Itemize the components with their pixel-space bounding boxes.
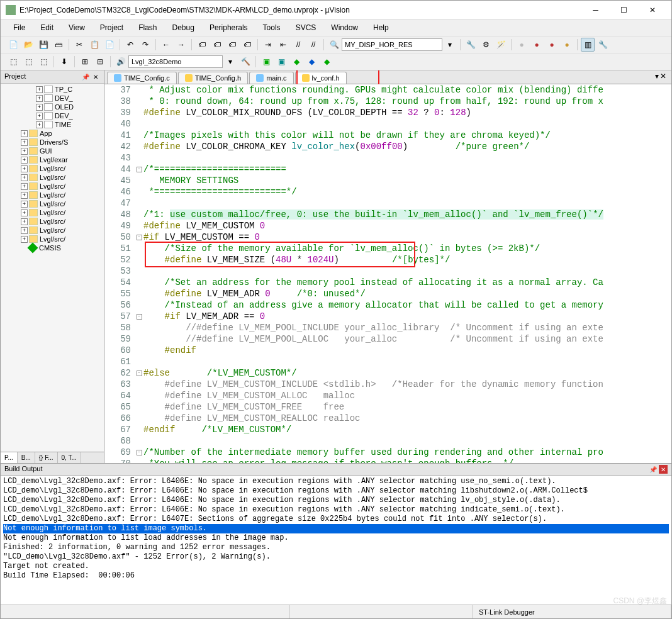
- cut-icon[interactable]: ✂: [72, 38, 86, 52]
- build-close-icon[interactable]: ✕: [659, 465, 668, 474]
- outdent-icon[interactable]: ⇤: [276, 38, 290, 52]
- menu-tools[interactable]: Tools: [257, 21, 287, 35]
- build-icon[interactable]: ⬚: [6, 55, 20, 69]
- close-panel-icon[interactable]: ✕: [91, 72, 100, 81]
- stack-icon[interactable]: ⊟: [93, 55, 107, 69]
- tree-item[interactable]: +Lvgl/src/: [2, 191, 103, 199]
- build-header: Build Output 📌✕: [1, 464, 671, 476]
- tree-item[interactable]: +Lvgl/src/: [2, 208, 103, 217]
- tree-item[interactable]: +OLED: [2, 103, 103, 111]
- tree-item[interactable]: +Lvgl/src/: [2, 235, 103, 243]
- dot3-icon[interactable]: ●: [545, 38, 559, 52]
- search-input[interactable]: [342, 38, 442, 51]
- bookmark2-icon[interactable]: 🏷: [210, 38, 224, 52]
- menu-peripherals[interactable]: Peripherals: [203, 21, 254, 35]
- menu-help[interactable]: Help: [367, 21, 395, 35]
- find-icon[interactable]: 🔍: [327, 38, 341, 52]
- tree-item[interactable]: +Lvgl/src/: [2, 182, 103, 191]
- close-tab-icon[interactable]: ✕: [660, 72, 666, 81]
- uncomment-icon[interactable]: //: [306, 38, 320, 52]
- window-title: E:\Project_CodeDemo\STM32C8_LvglCodeDeom…: [20, 6, 581, 14]
- tree-item[interactable]: +GUI: [2, 147, 103, 155]
- rebuild-icon[interactable]: ⬚: [36, 55, 50, 69]
- debug-icon[interactable]: 🔧: [464, 38, 478, 52]
- bookmark3-icon[interactable]: 🏷: [225, 38, 239, 52]
- menu-file[interactable]: File: [7, 21, 31, 35]
- panel-tab[interactable]: B...: [18, 452, 35, 463]
- tree-item[interactable]: +Lvgl/src/: [2, 199, 103, 208]
- code-editor[interactable]: 3738394041424344454647484950515253545556…: [104, 84, 671, 463]
- save-icon[interactable]: 💾: [36, 38, 50, 52]
- tb-blue-icon[interactable]: ◆: [305, 55, 318, 69]
- editor-tab[interactable]: TIME_Config.c: [107, 72, 177, 84]
- nav-fwd-icon[interactable]: →: [174, 38, 188, 52]
- build2-icon[interactable]: ⬚: [21, 55, 35, 69]
- new-icon[interactable]: 📄: [6, 38, 20, 52]
- copy-icon[interactable]: 📋: [87, 38, 101, 52]
- dot4-icon[interactable]: ●: [560, 38, 574, 52]
- tb-green2-icon[interactable]: ◆: [289, 55, 303, 69]
- panel-tab[interactable]: 0, T...: [58, 452, 81, 463]
- target-select[interactable]: [128, 55, 223, 68]
- download-icon[interactable]: ⬇: [57, 55, 71, 69]
- menu-debug[interactable]: Debug: [166, 21, 201, 35]
- tab-dropdown-icon[interactable]: ▾: [655, 72, 659, 81]
- tree-item[interactable]: +Lvgl/exar: [2, 155, 103, 164]
- tb-cyan-icon[interactable]: ▣: [274, 55, 288, 69]
- batch-icon[interactable]: ⊞: [78, 55, 92, 69]
- window-layout-icon[interactable]: ▥: [581, 38, 595, 52]
- options-icon[interactable]: 🔨: [238, 55, 252, 69]
- maximize-button[interactable]: ☐: [610, 1, 638, 19]
- dropdown-icon[interactable]: ▾: [223, 55, 237, 69]
- wand-icon[interactable]: 🪄: [494, 38, 508, 52]
- build-pin-icon[interactable]: 📌: [649, 465, 658, 474]
- comment-icon[interactable]: //: [291, 38, 305, 52]
- load-icon[interactable]: 🔊: [114, 55, 128, 69]
- tree-item[interactable]: +App: [2, 129, 103, 138]
- menu-project[interactable]: Project: [94, 21, 130, 35]
- tree-item[interactable]: +DEV_: [2, 111, 103, 120]
- bookmark-icon[interactable]: 🏷: [195, 38, 209, 52]
- editor-tab[interactable]: TIME_Config.h: [178, 72, 248, 84]
- menu-flash[interactable]: Flash: [132, 21, 163, 35]
- bookmark4-icon[interactable]: 🏷: [240, 38, 254, 52]
- tree-item[interactable]: +Drivers/S: [2, 138, 103, 147]
- menu-window[interactable]: Window: [325, 21, 364, 35]
- panel-bottom-tabs[interactable]: P...B...{} F...0, T...: [1, 452, 104, 463]
- save-all-icon[interactable]: 🗃: [52, 38, 65, 52]
- tree-item[interactable]: +DEV_: [2, 94, 103, 103]
- build-output[interactable]: LCD_demo\Lvgl_32c8Demo.axf: Error: L6406…: [1, 476, 671, 605]
- tree-item[interactable]: +Lvgl/src/: [2, 164, 103, 173]
- panel-tab[interactable]: P...: [1, 452, 18, 463]
- paste-icon[interactable]: 📄: [103, 38, 116, 52]
- find-next-icon[interactable]: ▾: [443, 38, 457, 52]
- config-icon[interactable]: ⚙: [479, 38, 493, 52]
- redo-icon[interactable]: ↷: [138, 38, 152, 52]
- panel-tab[interactable]: {} F...: [35, 452, 58, 463]
- close-button[interactable]: ✕: [638, 1, 666, 19]
- dot2-icon[interactable]: ●: [530, 38, 544, 52]
- tb-green3-icon[interactable]: ◆: [320, 55, 333, 69]
- tree-item[interactable]: +Lvgl/src/: [2, 217, 103, 226]
- tree-item[interactable]: +Lvgl/src/: [2, 226, 103, 235]
- tree-item[interactable]: +Lvgl/src/: [2, 173, 103, 182]
- indent-icon[interactable]: ⇥: [261, 38, 275, 52]
- tree-item[interactable]: +TP_C: [2, 85, 103, 94]
- wrench-icon[interactable]: 🔧: [596, 38, 610, 52]
- open-icon[interactable]: 📂: [21, 38, 35, 52]
- tb-green1-icon[interactable]: ▣: [259, 55, 273, 69]
- tree-item[interactable]: CMSIS: [2, 243, 103, 252]
- editor-tabs[interactable]: TIME_Config.cTIME_Config.hmain.clv_conf.…: [104, 70, 671, 84]
- editor-tab[interactable]: lv_conf.h: [295, 72, 347, 84]
- project-tree[interactable]: +TP_C+DEV_+OLED+DEV_+TIME+App+Drivers/S+…: [1, 84, 104, 452]
- menu-svcs[interactable]: SVCS: [289, 21, 323, 35]
- nav-back-icon[interactable]: ←: [159, 38, 173, 52]
- menu-edit[interactable]: Edit: [34, 21, 60, 35]
- menu-view[interactable]: View: [62, 21, 91, 35]
- tree-item[interactable]: +TIME: [2, 120, 103, 129]
- minimize-button[interactable]: ─: [581, 1, 610, 19]
- editor-tab[interactable]: main.c: [249, 72, 293, 84]
- undo-icon[interactable]: ↶: [123, 38, 137, 52]
- pin-icon[interactable]: 📌: [81, 72, 90, 81]
- dot1-icon[interactable]: ●: [515, 38, 529, 52]
